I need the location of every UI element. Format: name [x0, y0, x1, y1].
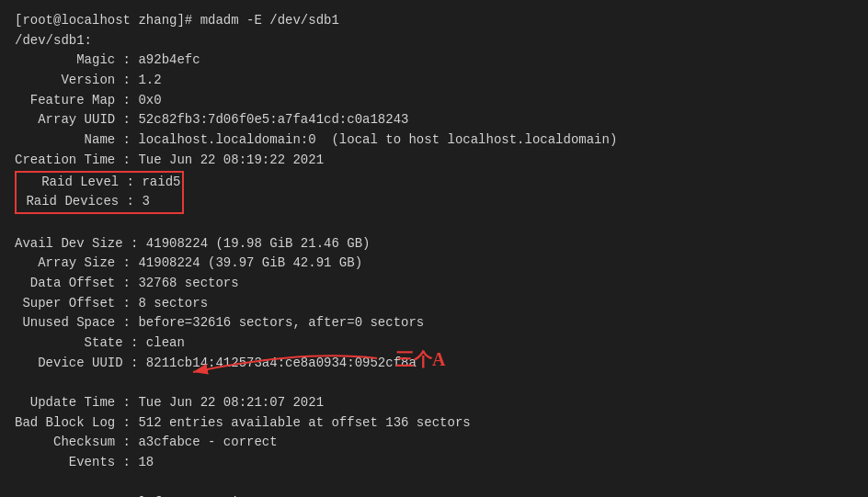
cmd-line: [root@localhost zhang]# mdadm -E /dev/sd… [15, 11, 853, 31]
blank2 [15, 373, 853, 393]
annotation-label: 三个A [395, 347, 445, 372]
name-line: Name : localhost.localdomain:0 (local to… [15, 130, 853, 151]
avail-dev-size-line: Avail Dev Size : 41908224 (19.98 GiB 21.… [15, 234, 853, 254]
data-offset-line: Data Offset : 32768 sectors [15, 274, 853, 294]
version-line: Version : 1.2 [15, 71, 853, 91]
creation-time-line: Creation Time : Tue Jun 22 08:19:22 2021 [15, 151, 853, 171]
blank3 [15, 473, 853, 493]
terminal-window: [root@localhost zhang]# mdadm -E /dev/sd… [0, 0, 868, 497]
raid-level-line: Raid Level : raid5 [18, 173, 180, 193]
magic-line: Magic : a92b4efc [15, 51, 853, 71]
bad-block-log-line: Bad Block Log : 512 entries available at… [15, 413, 853, 434]
update-time-line: Update Time : Tue Jun 22 08:21:07 2021 [15, 393, 853, 413]
array-uuid-line: Array UUID : 52c82fb3:7d06f0e5:a7fa41cd:… [15, 110, 853, 130]
checksum-line: Checksum : a3cfabce - correct [15, 433, 853, 453]
array-size-line: Array Size : 41908224 (39.97 GiB 42.91 G… [15, 254, 853, 274]
device-line: /dev/sdb1: [15, 31, 853, 51]
blank1 [15, 214, 853, 234]
events-line: Events : 18 [15, 453, 853, 473]
layout-line: Layout : left-symmetric [15, 493, 853, 498]
raid-devices-line: Raid Devices : 3 [18, 192, 180, 212]
feature-map-line: Feature Map : 0x0 [15, 91, 853, 111]
super-offset-line: Super Offset : 8 sectors [15, 294, 853, 314]
unused-space-line: Unused Space : before=32616 sectors, aft… [15, 313, 853, 333]
